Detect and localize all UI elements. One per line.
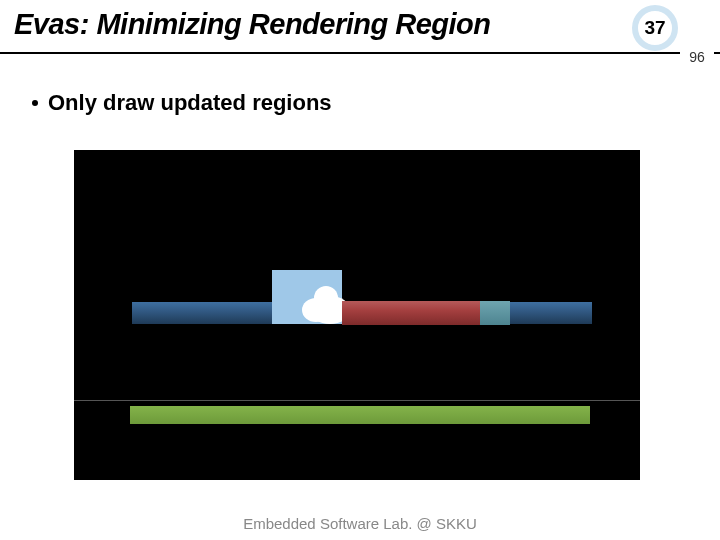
region-teal-strip [480, 301, 510, 325]
slide: Evas: Minimizing Rendering Region 37 96 … [0, 0, 720, 540]
slide-footer: Embedded Software Lab. @ SKKU [0, 515, 720, 532]
footer-text: Embedded Software Lab. @ SKKU [243, 515, 477, 532]
bullet-item: Only draw updated regions [32, 90, 332, 116]
rendering-figure [74, 150, 640, 480]
bullet-dot-icon [32, 100, 38, 106]
slide-number: 37 [644, 17, 665, 39]
bullet-text: Only draw updated regions [48, 90, 332, 116]
region-green-strip [130, 406, 590, 424]
title-underline [0, 52, 720, 54]
slide-number-badge: 37 [632, 5, 678, 51]
region-divider-line [74, 400, 640, 401]
slide-title: Evas: Minimizing Rendering Region [14, 8, 491, 41]
region-red-strip [342, 301, 480, 325]
slide-header: Evas: Minimizing Rendering Region 37 96 [0, 0, 720, 60]
total-slides-badge: 96 [680, 46, 714, 68]
total-slides: 96 [689, 49, 705, 65]
svg-point-2 [314, 286, 338, 310]
